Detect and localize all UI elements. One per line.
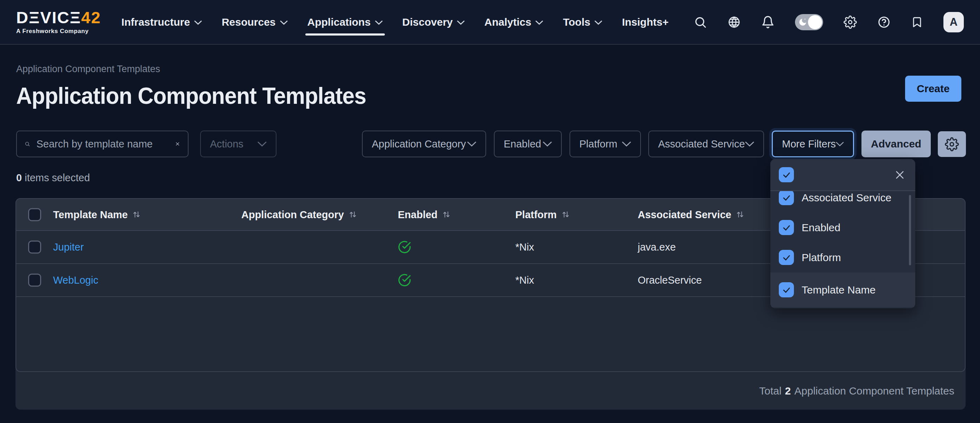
brand-wordmark: DΞVICΞ42 [16, 9, 101, 26]
sort-icon[interactable] [132, 210, 141, 220]
filter-application-category[interactable]: Application Category [362, 131, 486, 157]
check-icon [782, 170, 791, 179]
more-filters-dropdown[interactable]: More Filters [772, 131, 854, 157]
more-filters-panel: Associated Service Enabled Platform Temp… [770, 159, 915, 308]
page-title: Application Component Templates [16, 82, 366, 109]
brand-tagline: A Freshworks Company [16, 28, 101, 35]
nav-item-discovery[interactable]: Discovery [402, 0, 465, 44]
more-filters-options: Associated Service Enabled Platform Temp… [770, 191, 915, 308]
clear-search-icon[interactable] [175, 139, 180, 149]
filter-enabled[interactable]: Enabled [494, 131, 562, 157]
avatar[interactable]: A [943, 12, 964, 32]
check-icon [782, 223, 791, 232]
column-header-associated-service[interactable]: Associated Service [638, 209, 745, 220]
check-icon [782, 286, 791, 295]
gear-icon [945, 137, 959, 151]
close-icon[interactable] [894, 169, 905, 180]
globe-icon[interactable] [727, 16, 741, 29]
chevron-down-icon [595, 21, 602, 25]
check-icon [782, 193, 791, 202]
chevron-down-icon [543, 142, 552, 147]
nav-item-applications[interactable]: Applications [307, 0, 383, 44]
search-icon[interactable] [694, 16, 707, 29]
panel-scrollbar[interactable] [909, 195, 911, 265]
chevron-down-icon [467, 142, 476, 147]
filter-option-template-name[interactable]: Template Name [770, 272, 915, 307]
nav-item-infrastructure[interactable]: Infrastructure [121, 0, 202, 44]
nav-item-analytics[interactable]: Analytics [484, 0, 543, 44]
chevron-down-icon [280, 21, 288, 25]
enabled-check-icon [398, 273, 411, 287]
search-box[interactable] [16, 131, 189, 157]
filter-associated-service[interactable]: Associated Service [648, 131, 764, 157]
search-icon [25, 138, 30, 150]
nav-item-resources[interactable]: Resources [222, 0, 287, 44]
chevron-down-icon [457, 21, 465, 25]
template-name-link[interactable]: Jupiter [53, 241, 84, 253]
search-input[interactable] [36, 138, 169, 150]
column-header-application-category[interactable]: Application Category [241, 209, 357, 220]
check-icon [782, 253, 791, 262]
associated-service-value: OracleService [638, 275, 702, 286]
platform-value: *Nix [515, 275, 534, 286]
sort-icon[interactable] [561, 210, 570, 220]
nav-item-insights[interactable]: Insights+ [622, 0, 669, 44]
filter-platform[interactable]: Platform [570, 131, 641, 157]
associated-service-value: java.exe [638, 241, 676, 253]
nav-item-tools[interactable]: Tools [563, 0, 602, 44]
row-checkbox[interactable] [28, 241, 41, 254]
create-button[interactable]: Create [905, 76, 961, 102]
filter-option-platform[interactable]: Platform [770, 243, 915, 272]
enabled-check-icon [398, 240, 411, 254]
table-footer-total: Total 2 Application Component Templates [16, 372, 966, 410]
notifications-bell-icon[interactable] [761, 16, 775, 29]
select-all-columns-checkbox[interactable] [779, 167, 794, 182]
row-checkbox[interactable] [28, 274, 41, 287]
moon-icon [798, 18, 807, 27]
template-name-link[interactable]: WebLogic [53, 275, 98, 286]
checked-checkbox[interactable] [779, 282, 794, 297]
main-nav: Infrastructure Resources Applications Di… [121, 0, 669, 44]
toggle-knob [808, 15, 822, 29]
bookmark-icon[interactable] [911, 16, 923, 29]
select-all-checkbox[interactable] [28, 208, 41, 221]
chevron-down-icon [745, 142, 754, 147]
selected-count: 0 [16, 172, 22, 184]
navbar-actions: A [694, 12, 964, 32]
filter-option-enabled[interactable]: Enabled [770, 212, 915, 243]
column-header-template-name[interactable]: Template Name [53, 209, 141, 220]
help-icon[interactable] [877, 16, 891, 29]
platform-value: *Nix [515, 241, 534, 253]
column-header-enabled[interactable]: Enabled [398, 209, 451, 220]
checked-checkbox[interactable] [779, 250, 794, 265]
filter-option-associated-service[interactable]: Associated Service [770, 191, 915, 212]
chevron-down-icon [194, 21, 202, 25]
breadcrumb: Application Component Templates [16, 64, 160, 75]
actions-dropdown[interactable]: Actions [200, 131, 277, 157]
device42-logo[interactable]: DΞVICΞ42 A Freshworks Company [16, 9, 101, 35]
checked-checkbox[interactable] [779, 191, 794, 205]
sort-icon[interactable] [442, 210, 451, 220]
chevron-down-icon [622, 142, 631, 147]
more-filters-panel-header [770, 159, 915, 191]
chevron-down-icon [375, 21, 383, 25]
total-count: 2 [785, 385, 791, 397]
chevron-down-icon [535, 21, 543, 25]
top-navbar: DΞVICΞ42 A Freshworks Company Infrastruc… [0, 0, 980, 45]
theme-toggle[interactable] [795, 14, 823, 30]
chevron-down-icon [836, 142, 844, 147]
column-header-platform[interactable]: Platform [515, 209, 570, 220]
sort-icon[interactable] [735, 210, 745, 220]
toolbar: Actions Application Category Enabled Pla… [0, 131, 980, 157]
selection-status: 0 items selected [16, 172, 90, 184]
checked-checkbox[interactable] [779, 220, 794, 235]
chevron-down-icon [258, 142, 267, 147]
sort-icon[interactable] [348, 210, 357, 220]
table-settings-button[interactable] [938, 131, 966, 157]
advanced-button[interactable]: Advanced [861, 131, 931, 157]
settings-gear-icon[interactable] [843, 16, 857, 29]
